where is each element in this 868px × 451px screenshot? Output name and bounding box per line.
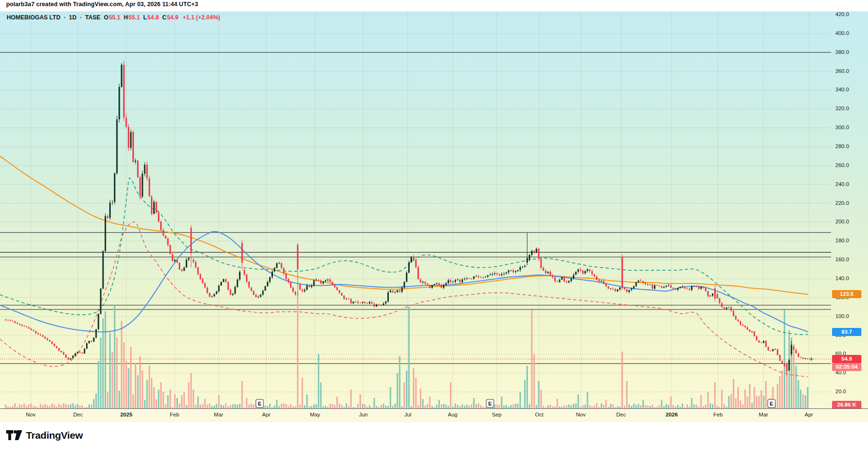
volume-bar (570, 405, 572, 408)
earnings-marker[interactable]: E (256, 399, 263, 407)
volume-bar (93, 399, 95, 408)
candle-body (86, 343, 88, 348)
candle-body (793, 347, 795, 350)
volume-bar (408, 307, 410, 408)
earnings-marker[interactable]: E (486, 399, 494, 407)
candle-body (42, 336, 44, 337)
volume-bar (506, 405, 507, 408)
volume-bar (754, 387, 755, 408)
volume-bar (635, 405, 637, 409)
candle-body (112, 202, 113, 203)
volume-bar (701, 395, 702, 408)
candle-body (308, 285, 310, 287)
candle-body (77, 352, 78, 353)
candle-body (17, 323, 18, 324)
time-axis-month-label: Aug (448, 412, 457, 417)
tradingview-screenshot: polarb3a7 created with TradingView.com, … (0, 0, 868, 451)
time-axis-month-label: Jul (404, 412, 412, 417)
candle-body (589, 269, 590, 271)
candle-body (596, 276, 597, 280)
volume-bar (179, 404, 180, 409)
candle-body (88, 341, 90, 343)
candle-body (197, 267, 199, 274)
volume-bar (696, 405, 697, 408)
volume-bar (19, 404, 20, 408)
candle-body (666, 286, 667, 287)
candle-body (626, 290, 628, 292)
candle-body (63, 352, 64, 354)
candle-body (276, 263, 278, 268)
candle-body (12, 321, 13, 321)
volume-bar (116, 337, 118, 408)
volume-bar (677, 405, 679, 408)
price-tick-label: 280.0 (835, 143, 849, 149)
candle-body (510, 270, 512, 271)
time-axis-month-label: Dec (73, 412, 83, 417)
volume-bar (241, 381, 243, 408)
candle-body (668, 285, 669, 286)
candle-body (169, 245, 171, 254)
legend-low: L54.8 (143, 14, 159, 21)
volume-bar (751, 403, 753, 409)
candle-body (573, 275, 574, 279)
candle-body (352, 301, 354, 303)
candle-body (267, 282, 268, 286)
time-axis-month-label: Nov (26, 412, 35, 417)
candle-body (306, 285, 307, 290)
volume-bar (357, 404, 359, 408)
time-axis[interactable]: NovDec2025FebMarAprMayJunJulAugSepOctNov… (0, 408, 868, 423)
ma-blue-line[interactable] (0, 231, 808, 332)
candle-body (591, 271, 593, 274)
ma-orange-price-badge: 123.5 (832, 290, 861, 298)
candle-body (37, 333, 39, 335)
candle-body (682, 286, 683, 287)
volume-bar (478, 403, 479, 408)
time-axis-month-label: Mar (759, 412, 768, 417)
candle-body (434, 284, 435, 285)
legend-interval[interactable]: 1D (69, 14, 77, 21)
candle-body (188, 258, 190, 260)
volume-bar (40, 404, 41, 408)
volume-bar (28, 404, 29, 408)
candle-body (578, 269, 579, 272)
volume-bar (140, 356, 141, 408)
time-axis-month-label: Sep (492, 412, 501, 417)
candle-body (376, 304, 377, 306)
candle-body (638, 281, 639, 283)
candle-body (114, 173, 115, 202)
candle-body (44, 337, 46, 338)
candle-body (79, 352, 80, 353)
candle-body (339, 290, 340, 293)
upper-band-line[interactable] (0, 178, 808, 335)
volume-bar (758, 396, 760, 408)
earnings-letter: E (770, 401, 773, 407)
candle-body (777, 349, 778, 355)
volume-bar (658, 405, 660, 408)
candle-body (635, 282, 637, 286)
volume-bar (156, 399, 157, 408)
candle-body (156, 202, 157, 213)
volume-bar (733, 379, 734, 408)
candle-body (501, 274, 502, 275)
tradingview-logo[interactable]: TradingView (6, 430, 83, 441)
volume-bar (53, 405, 55, 408)
candle-body (72, 356, 74, 358)
earnings-marker[interactable]: E (768, 399, 775, 407)
volume-bar (510, 405, 512, 408)
legend-symbol[interactable]: HOMEBIOGAS LTD (7, 14, 61, 21)
ma-orange-line[interactable] (0, 156, 808, 294)
price-axis[interactable]: 420.0400.0380.0360.0340.0320.0300.0280.0… (831, 11, 868, 408)
candle-body (654, 285, 656, 289)
volume-bar (269, 404, 271, 408)
volume-bar (795, 366, 797, 408)
price-chart-canvas[interactable]: EEE (0, 11, 831, 408)
candle-body (56, 346, 57, 348)
volume-bar (573, 404, 574, 408)
volume-bar (422, 399, 423, 408)
volume-bar (526, 366, 528, 408)
volume-bar (149, 366, 150, 408)
volume-bar (216, 404, 217, 408)
volume-bar (707, 392, 709, 408)
volume-bar (142, 371, 143, 408)
volume-bar (184, 392, 185, 408)
